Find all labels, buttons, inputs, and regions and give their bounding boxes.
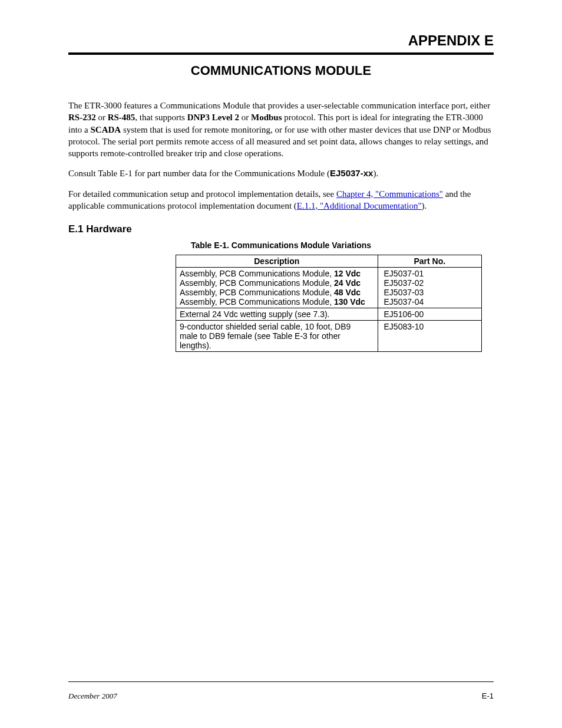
text: Assembly, PCB Communications Module,	[180, 269, 334, 278]
cell-partno: EJ5083-10	[378, 320, 481, 351]
text: ).	[422, 201, 427, 210]
hardware-heading: E.1 Hardware	[68, 223, 494, 235]
col-header-description: Description	[176, 255, 378, 267]
cell-partno: EJ5037-01 EJ5037-02 EJ5037-03 EJ5037-04	[378, 267, 481, 308]
modbus-label: Modbus	[251, 113, 282, 122]
text: Assembly, PCB Communications Module,	[180, 288, 334, 297]
intro-section: The ETR-3000 features a Communications M…	[68, 100, 494, 212]
page-title: COMMUNICATIONS MODULE	[68, 63, 494, 78]
footer-page-number: E-1	[482, 691, 494, 701]
footer-date: December 2007	[68, 691, 117, 701]
appendix-label: APPENDIX E	[68, 32, 494, 49]
text: or	[239, 113, 251, 122]
cell-description: Assembly, PCB Communications Module, 12 …	[176, 267, 378, 308]
text: lengths).	[180, 341, 374, 350]
voltage-label: 48 Vdc	[334, 288, 361, 297]
intro-paragraph-2: Consult Table E-1 for part number data f…	[68, 167, 494, 179]
part-number: EJ5037-02	[384, 278, 478, 288]
table-row: External 24 Vdc wetting supply (see 7.3)…	[176, 308, 482, 320]
level2-label: Level 2	[210, 113, 239, 122]
voltage-label: 24 Vdc	[334, 278, 361, 288]
dnp3-label: DNP3	[187, 113, 210, 122]
intro-paragraph-3: For detailed communication setup and pro…	[68, 188, 494, 212]
parts-table: Description Part No. Assembly, PCB Commu…	[176, 255, 482, 352]
voltage-label: 12 Vdc	[334, 269, 361, 278]
title-rule	[68, 52, 494, 55]
text: The ETR-3000 features a Communications M…	[68, 101, 490, 110]
cell-description: External 24 Vdc wetting supply (see 7.3)…	[176, 308, 378, 320]
text: For detailed communication setup and pro…	[68, 189, 336, 199]
text: system that is used for remote monitorin…	[68, 125, 491, 159]
rs485-label: RS-485	[108, 113, 135, 122]
part-number: EJ5037-03	[384, 288, 478, 297]
document-page: APPENDIX E COMMUNICATIONS MODULE The ETR…	[0, 0, 562, 728]
table-caption-wrap: Table E-1. Communications Module Variati…	[68, 240, 494, 251]
part-number-pattern: EJ5037-xx	[330, 168, 373, 178]
text: Assembly, PCB Communications Module,	[180, 297, 334, 307]
scada-label: SCADA	[91, 125, 121, 134]
footer-rule	[68, 681, 494, 682]
text: ).	[373, 169, 378, 178]
table-row: 9-conductor shielded serial cable, 10 fo…	[176, 320, 482, 351]
part-number: EJ5037-01	[384, 269, 478, 278]
parts-table-wrap: Description Part No. Assembly, PCB Commu…	[176, 255, 482, 352]
cross-ref-link-chapter4[interactable]: Chapter 4, "Communications"	[336, 189, 443, 199]
text: Consult Table E-1 for part number data f…	[68, 169, 330, 178]
voltage-label: 130 Vdc	[334, 297, 365, 307]
col-header-partno: Part No.	[378, 255, 481, 267]
text: or	[96, 113, 108, 122]
text: 9-conductor shielded serial cable, 10 fo…	[180, 322, 374, 331]
table-caption: Table E-1. Communications Module Variati…	[191, 241, 371, 250]
part-number: EJ5037-04	[384, 297, 478, 307]
table-row: Assembly, PCB Communications Module, 12 …	[176, 267, 482, 308]
rs232-label: RS-232	[68, 113, 96, 122]
intro-paragraph-1: The ETR-3000 features a Communications M…	[68, 100, 494, 159]
table-header-row: Description Part No.	[176, 255, 482, 267]
text: Assembly, PCB Communications Module,	[180, 278, 334, 288]
text: male to DB9 female (see Table E-3 for ot…	[180, 331, 374, 341]
page-footer: December 2007 E-1	[68, 691, 494, 701]
cell-description: 9-conductor shielded serial cable, 10 fo…	[176, 320, 378, 351]
cell-partno: EJ5106-00	[378, 308, 481, 320]
text: , that supports	[135, 113, 187, 122]
cross-ref-link-e11[interactable]: E.1.1, "Additional Documentation"	[297, 201, 422, 210]
